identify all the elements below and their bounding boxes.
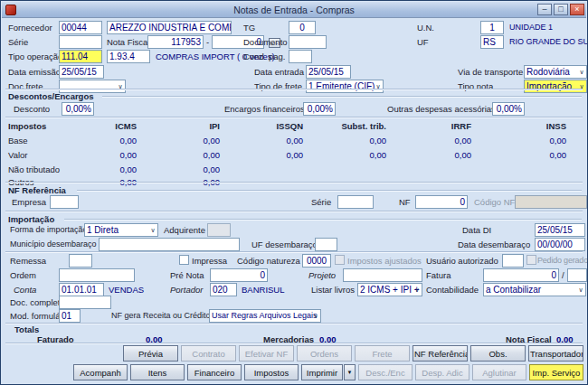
data-di-field[interactable]: 25/05/15 <box>535 223 585 237</box>
fornecedor-name-field[interactable]: AREZZO INDUSTRIA E COMERCIO LTDA. <box>107 21 232 34</box>
previa-button[interactable]: Prévia <box>123 345 178 362</box>
mod-formulario-field[interactable]: 01 <box>59 309 81 323</box>
valor-ipi: 0,00 <box>138 150 220 160</box>
titlebar[interactable]: Notas de Entrada - Compras – □ × <box>2 2 586 18</box>
chevron-down-icon: ∨ <box>374 81 383 92</box>
desconto-field[interactable]: 0,00% <box>62 102 94 116</box>
efetivar-nf-button[interactable]: Efetivar NF <box>239 345 294 362</box>
encargos-field[interactable]: 0,00% <box>303 102 336 116</box>
row-base-label: Base <box>8 136 28 146</box>
fatura-parcela-field[interactable] <box>567 268 587 282</box>
nf-referencia-section-title: NF Referência <box>8 185 66 195</box>
codigo-natureza-field[interactable]: 0000 <box>302 254 331 268</box>
minimize-button[interactable]: – <box>537 4 552 15</box>
contabilidade-value: a Contabilizar <box>486 285 541 295</box>
documento-label: Documento <box>243 37 288 47</box>
nf-gera-value: Usar Regras Arquivos Legais <box>212 311 318 320</box>
un-field[interactable]: 1 <box>480 21 504 34</box>
valor-icms: 0,00 <box>55 150 137 160</box>
contabilidade-select[interactable]: a Contabilizar ∨ <box>483 283 586 296</box>
remessa-label: Remessa <box>10 256 46 266</box>
data-desembaraco-label: Data desembaraço <box>458 239 530 249</box>
conta-field[interactable]: 01.01.01 <box>59 283 104 296</box>
base-irrf: 0,00 <box>390 136 471 146</box>
pre-nota-field[interactable]: 0 <box>210 268 268 282</box>
tipo-operacao-cfop-field[interactable]: 1.93.4 <box>107 50 150 63</box>
usuario-autorizado-field[interactable] <box>502 254 524 268</box>
valor-inss: 0,00 <box>485 150 566 160</box>
outras-despesas-field[interactable]: 0,00% <box>492 102 525 116</box>
acompanh-button[interactable]: Acompanh <box>73 364 128 380</box>
municipio-desembaraco-field[interactable] <box>99 238 240 251</box>
fatura-field[interactable]: 0 <box>483 268 559 282</box>
codigo-nfe-label: Código NFe <box>474 197 520 207</box>
portador-label: Portador <box>170 285 203 295</box>
tipo-operacao-codigo-field[interactable]: 111.04 <box>59 50 102 63</box>
chevron-down-icon: ∨ <box>148 225 157 236</box>
uf-desembaraco-field[interactable] <box>315 238 337 251</box>
valor-irrf: 0,00 <box>390 150 471 160</box>
aglutinar-button[interactable]: Aglutinar <box>472 364 526 380</box>
forma-importacao-select[interactable]: 1 Direta ∨ <box>84 223 158 237</box>
frete-button[interactable]: Frete <box>355 345 410 362</box>
imprimir-button[interactable]: Imprimir <box>301 364 343 380</box>
data-emissao-field[interactable]: 25/05/15 <box>59 65 104 79</box>
tipo-operacao-label: Tipo operação <box>8 52 62 61</box>
pre-nota-label: Pré Nota <box>170 270 204 280</box>
serie-field[interactable] <box>59 35 102 49</box>
impostos-button[interactable]: Impostos <box>244 364 299 380</box>
nota-fiscal-numero-field[interactable]: 117953 <box>147 35 204 49</box>
nf-referencia-button[interactable]: NF Referência <box>413 345 468 362</box>
totais-section-title: Totals <box>14 324 39 334</box>
close-button[interactable]: × <box>570 4 584 15</box>
imprimir-menu-arrow-button[interactable]: ▼ <box>344 364 356 380</box>
ordem-label: Ordem <box>10 270 36 280</box>
documento-field[interactable] <box>289 35 327 49</box>
desp-adic-button[interactable]: Desp. Adic <box>415 364 469 380</box>
pedido-gerado-checkbox <box>526 255 536 265</box>
contrato-button[interactable]: Contrato <box>181 345 236 362</box>
remessa-field[interactable] <box>69 254 92 268</box>
obs-button[interactable]: Obs. <box>470 345 526 362</box>
itens-button[interactable]: Itens <box>130 364 185 380</box>
nf-gera-select[interactable]: Usar Regras Arquivos Legais ∨ <box>209 309 321 323</box>
transportadora-button[interactable]: Transportadora <box>528 345 583 362</box>
doc-completo-field[interactable] <box>59 296 111 309</box>
nf-ref-serie-field[interactable] <box>337 195 374 209</box>
tg-field[interactable]: 0 <box>289 21 316 34</box>
data-desembaraco-field[interactable]: 00/00/00 <box>535 238 585 251</box>
imp-servico-button[interactable]: Imp. Serviço <box>529 364 583 380</box>
impostos-table-header: Impostos <box>8 121 46 131</box>
tipo-nota-select[interactable]: Importação ∨ <box>524 80 587 93</box>
imprimir-button-group: Imprimir ▼ <box>301 364 356 380</box>
financeiro-button[interactable]: Financeiro <box>187 364 242 380</box>
base-ipi: 0,00 <box>138 136 220 146</box>
empresa-field[interactable] <box>50 195 79 209</box>
nf-ref-nf-field[interactable]: 0 <box>415 195 468 209</box>
cond-pag-field[interactable] <box>289 50 312 63</box>
outras-despesas-label: Outras despesas acessórias <box>387 104 496 114</box>
nf-ref-serie-label: Série <box>311 197 331 207</box>
uf-field[interactable]: RS <box>480 35 504 49</box>
via-transporte-select[interactable]: Rodoviária ∨ <box>524 65 587 79</box>
conta-descricao: VENDAS <box>109 285 144 295</box>
encargos-label: Encargos financeiros <box>224 104 305 114</box>
maximize-button[interactable]: □ <box>554 4 568 15</box>
ordem-field[interactable] <box>59 268 135 282</box>
fornecedor-label: Fornecedor <box>8 23 52 33</box>
data-entrada-field[interactable]: 25/05/15 <box>306 65 351 79</box>
un-name: UNIDADE 1 <box>509 23 553 33</box>
naotrib-icms: 0,00 <box>55 164 137 174</box>
fornecedor-code-field[interactable]: 00044 <box>59 21 102 34</box>
listar-livros-select[interactable]: 2 ICMS + IPI + ISS ∨ <box>357 283 422 296</box>
projeto-field[interactable] <box>343 268 422 282</box>
listar-livros-label: Listar livros <box>311 285 355 295</box>
codigo-natureza-label: Código natureza <box>237 256 300 266</box>
ordens-button[interactable]: Ordens <box>297 345 352 362</box>
uf-name: RIO GRANDE DO SUL <box>509 37 588 47</box>
desc-enc-button[interactable]: Desc./Enc <box>358 364 413 380</box>
portador-field[interactable]: 020 <box>210 283 237 296</box>
tipo-frete-select[interactable]: 1 Emitente (CIF) ∨ <box>306 80 384 93</box>
chevron-down-icon: ∨ <box>577 67 586 78</box>
impressa-checkbox[interactable] <box>179 255 189 265</box>
